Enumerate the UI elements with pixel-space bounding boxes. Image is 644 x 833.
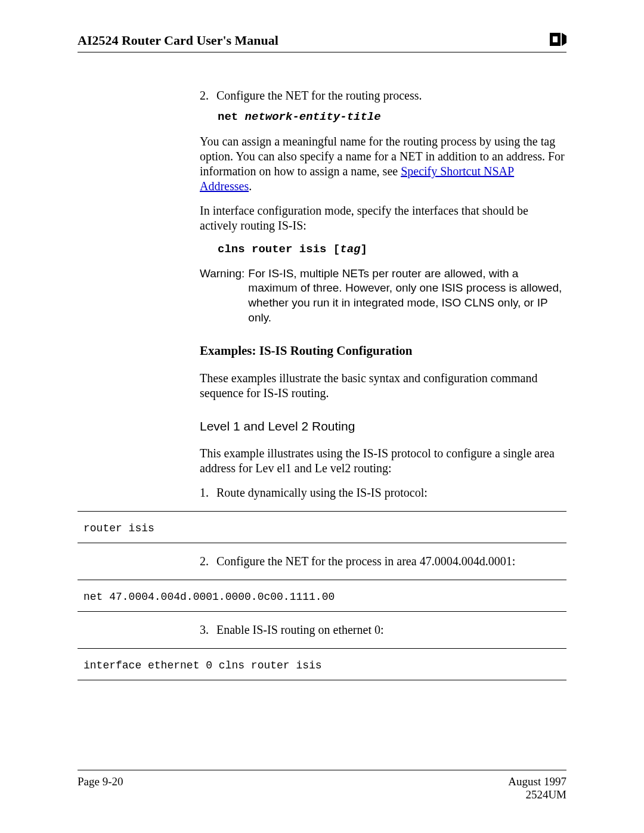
list-text: Configure the NET for the routing proces… [216,88,422,103]
page-footer: Page 9-20 August 1997 2524UM [78,770,566,801]
list-number: 3. [200,623,216,637]
list-number: 1. [200,485,216,500]
list-item: 3. Enable IS-IS routing on ethernet 0: [200,623,566,637]
list-text: Enable IS-IS routing on ethernet 0: [216,623,384,637]
divider [78,611,566,612]
svg-rect-1 [553,36,558,42]
code-block-container: net 47.0004.004d.0001.0000.0c00.1111.00 [78,580,566,612]
warning-block: Warning: For IS-IS, multiple NETs per ro… [200,267,566,326]
paragraph: These examples illustrate the basic synt… [200,371,566,401]
code-argument: network-entity-title [245,110,381,123]
code-keyword: net [218,110,245,123]
code-keyword: clns router isis [ [218,243,340,256]
list-number: 2. [200,554,216,569]
code-block: interface ethernet 0 clns router isis [78,649,566,680]
code-line: net network-entity-title [218,110,566,125]
warning-text: For IS-IS, multiple NETs per router are … [248,267,566,326]
document-page: AI2524 Router Card User's Manual 2. Conf… [0,0,644,833]
paragraph-text: . [249,179,252,193]
paragraph: In interface configuration mode, specify… [200,203,566,233]
section-heading: Examples: IS-IS Routing Configuration [200,343,566,358]
warning-label: Warning: [200,267,244,326]
paragraph: This example illustrates using the IS-IS… [200,446,566,476]
list-text: Configure the NET for the process in are… [216,554,515,569]
code-block-container: router isis [78,511,566,543]
divider [78,680,566,680]
company-logo-icon [550,33,566,48]
divider [78,543,566,543]
list-item: 2. Configure the NET for the routing pro… [200,88,566,103]
code-block-container: interface ethernet 0 clns router isis [78,648,566,680]
main-content: 3. Enable IS-IS routing on ethernet 0: [200,623,566,637]
page-number: Page 9-20 [78,775,123,801]
list-text: Route dynamically using the IS-IS protoc… [216,485,428,500]
paragraph: You can assign a meaningful name for the… [200,134,566,194]
list-item: 2. Configure the NET for the process in … [200,554,566,569]
footer-right: August 1997 2524UM [508,775,566,801]
header-title: AI2524 Router Card User's Manual [78,33,278,48]
page-header: AI2524 Router Card User's Manual [78,33,566,52]
footer-date: August 1997 [508,775,566,788]
main-content: 2. Configure the NET for the process in … [200,554,566,569]
subsection-heading: Level 1 and Level 2 Routing [200,419,566,434]
code-block: router isis [78,512,566,543]
code-argument: tag [340,243,360,256]
code-block: net 47.0004.004d.0001.0000.0c00.1111.00 [78,580,566,611]
footer-docnum: 2524UM [508,788,566,801]
code-line: clns router isis [tag] [218,243,566,257]
list-item: 1. Route dynamically using the IS-IS pro… [200,485,566,500]
code-keyword: ] [360,243,367,256]
list-number: 2. [200,88,216,103]
main-content: 2. Configure the NET for the routing pro… [200,88,566,500]
